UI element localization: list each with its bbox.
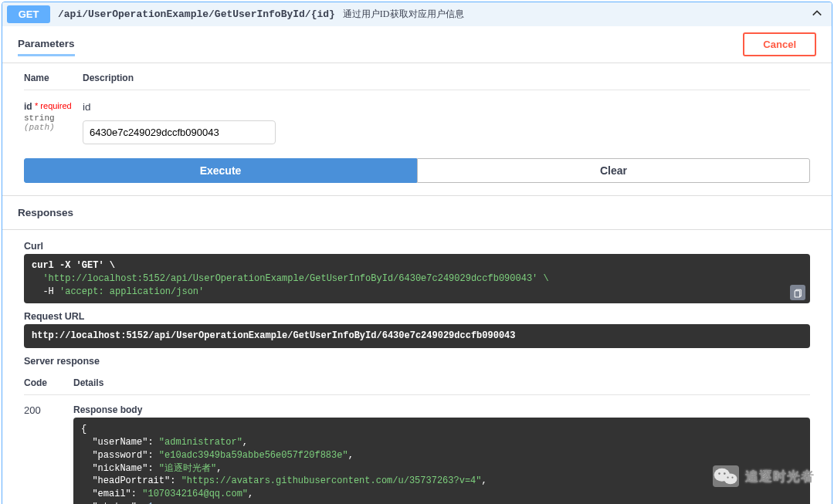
http-method-badge: GET xyxy=(7,5,50,23)
curl-header-val: 'accept: application/json' xyxy=(59,286,204,297)
parameters-tabbar: Parameters Cancel xyxy=(2,26,832,63)
svg-rect-1 xyxy=(795,291,800,297)
operation-body: Parameters Cancel Name Description id * … xyxy=(2,26,832,504)
response-body-label: Response body xyxy=(73,404,810,415)
server-response-label: Server response xyxy=(24,356,810,367)
operation-header[interactable]: GET /api/UserOperationExample/GetUserInf… xyxy=(2,2,832,26)
response-status-code: 200 xyxy=(24,404,73,504)
curl-cmd: curl -X 'GET' \ xyxy=(32,260,115,271)
json-headPortrait: https://avatars.githubusercontent.com/u/… xyxy=(187,475,476,486)
responses-body: Curl curl -X 'GET' \ 'http://localhost:5… xyxy=(2,230,832,504)
curl-code-block: curl -X 'GET' \ 'http://localhost:5152/a… xyxy=(24,254,810,303)
json-password: e10adc3949ba59abbe56e057f20f883e xyxy=(164,450,342,461)
response-body-json: { "userName": "administrator", "password… xyxy=(73,418,810,504)
json-userName: administrator xyxy=(164,437,237,448)
tab-parameters[interactable]: Parameters xyxy=(18,33,75,56)
param-description: id xyxy=(83,101,810,113)
parameters-area: Name Description id * required string (p… xyxy=(2,63,832,158)
param-header-description: Description xyxy=(83,73,810,83)
response-row-200: 200 Response body { "userName": "adminis… xyxy=(24,395,810,504)
response-details-cell: Response body { "userName": "administrat… xyxy=(73,404,810,504)
param-name: id xyxy=(24,101,32,112)
response-header-code: Code xyxy=(24,377,73,388)
action-buttons-row: Execute Clear xyxy=(2,158,832,195)
request-url-block: http://localhost:5152/api/UserOperationE… xyxy=(24,324,810,348)
curl-url: 'http://localhost:5152/api/UserOperation… xyxy=(32,273,549,284)
param-row-id: id * required string (path) id xyxy=(24,90,810,144)
cancel-button[interactable]: Cancel xyxy=(743,32,816,56)
param-location: (path) xyxy=(24,123,83,132)
param-required-label: * required xyxy=(35,101,72,110)
param-name-cell: id * required string (path) xyxy=(24,101,83,144)
param-type: string xyxy=(24,113,83,123)
copy-curl-button[interactable] xyxy=(790,285,805,300)
endpoint-path: /api/UserOperationExample/GetUserInfoByI… xyxy=(58,8,335,20)
endpoint-summary: 通过用户ID获取对应用户信息 xyxy=(343,8,464,21)
clipboard-icon xyxy=(793,288,803,298)
response-table-header: Code Details xyxy=(24,377,810,395)
param-header-name: Name xyxy=(24,73,83,83)
json-email: 1070342164@qq.com xyxy=(147,489,242,499)
json-nickName: 追逐时光者 xyxy=(164,463,211,474)
param-input-id[interactable] xyxy=(83,120,276,144)
param-table-header: Name Description xyxy=(24,73,810,90)
curl-label: Curl xyxy=(24,241,810,252)
execute-button[interactable]: Execute xyxy=(24,158,417,183)
chevron-up-icon xyxy=(812,8,822,22)
operation-panel: GET /api/UserOperationExample/GetUserInf… xyxy=(2,2,832,504)
responses-heading: Responses xyxy=(2,195,832,230)
request-url-label: Request URL xyxy=(24,311,810,322)
curl-header-pre: -H xyxy=(32,286,59,297)
clear-button[interactable]: Clear xyxy=(417,158,810,183)
response-header-details: Details xyxy=(73,377,103,388)
param-description-cell: id xyxy=(83,101,810,144)
